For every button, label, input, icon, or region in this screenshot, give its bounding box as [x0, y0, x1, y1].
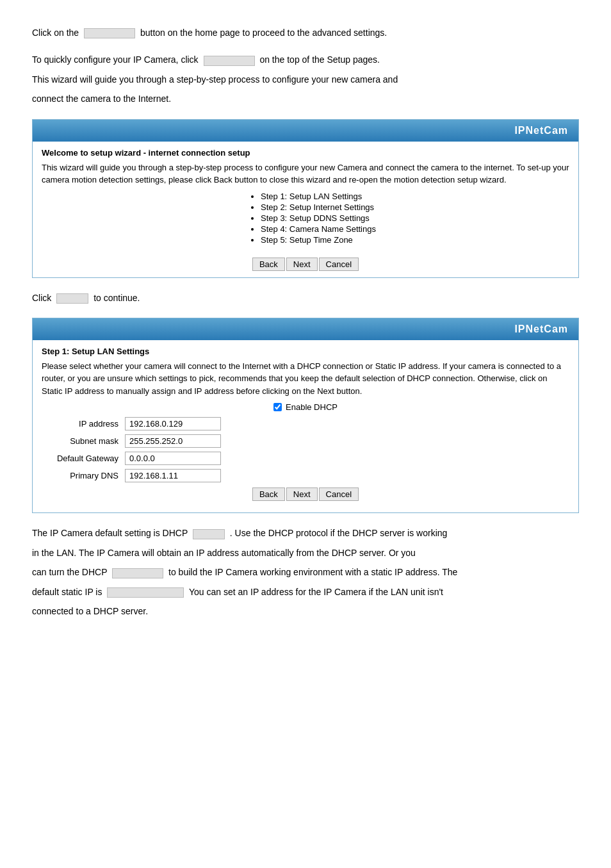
wizard2-back-button[interactable]: Back	[252, 487, 285, 501]
dhcp-off-placeholder	[112, 568, 163, 578]
footer-line4: default static IP is You can set an IP a…	[32, 585, 579, 599]
footer-line3: can turn the DHCP to build the IP Camera…	[32, 565, 579, 579]
list-item: Step 2: Setup Internet Settings	[261, 202, 376, 212]
wizard1-buttons: Back Next Cancel	[252, 258, 359, 271]
footer-line2: in the LAN. The IP Camera will obtain an…	[32, 546, 579, 560]
wizard1-description: This wizard will guide you through a ste…	[42, 161, 569, 186]
wizard1-steps: Step 1: Setup LAN Settings Step 2: Setup…	[42, 192, 569, 271]
click-continue-post: to continue.	[94, 293, 140, 303]
click-continue-pre: Click	[32, 293, 51, 303]
wizard-button-placeholder	[204, 56, 255, 66]
footer-line4-pre: default static IP is	[32, 587, 102, 597]
intro-line4: connect the camera to the Internet.	[32, 92, 579, 106]
primary-dns-row: Primary DNS	[42, 469, 569, 482]
default-gateway-label: Default Gateway	[42, 454, 125, 463]
default-gateway-input[interactable]	[125, 452, 221, 465]
footer-line3-pre: can turn the DHCP	[32, 567, 107, 577]
subnet-mask-label: Subnet mask	[42, 436, 125, 446]
footer-line3-post: to build the IP Camera working environme…	[168, 567, 457, 577]
wizard1-title: Welcome to setup wizard - internet conne…	[42, 148, 569, 158]
wizard1-body: Welcome to setup wizard - internet conne…	[33, 142, 578, 277]
subnet-mask-row: Subnet mask	[42, 434, 569, 448]
dhcp-on-placeholder	[193, 529, 225, 539]
footer-line1-post: . Use the DHCP protocol if the DHCP serv…	[230, 528, 448, 538]
wizard2-body: Step 1: Setup LAN Settings Please select…	[33, 340, 578, 513]
wizard2-box: IPNetCam Step 1: Setup LAN Settings Plea…	[32, 318, 579, 514]
wizard1-cancel-button[interactable]: Cancel	[319, 258, 359, 271]
wizard2-title: Step 1: Setup LAN Settings	[42, 347, 569, 356]
ip-address-row: IP address	[42, 417, 569, 430]
static-ip-placeholder	[107, 587, 184, 598]
wizard2-next-button[interactable]: Next	[286, 487, 318, 501]
intro-line3: This wizard will guide you through a ste…	[32, 72, 579, 86]
list-item: Step 1: Setup LAN Settings	[261, 192, 376, 201]
list-item: Step 5: Setup Time Zone	[261, 235, 376, 245]
footer-line5: connected to a DHCP server.	[32, 604, 579, 618]
wizard2-form: Enable DHCP IP address Subnet mask Defau…	[42, 402, 569, 501]
click-continue: Click to continue.	[32, 291, 579, 305]
footer-line1: The IP Camera default setting is DHCP . …	[32, 526, 579, 540]
wizard1-next-button[interactable]: Next	[286, 258, 318, 271]
intro-line2: To quickly configure your IP Camera, cli…	[32, 53, 579, 67]
wizard2-buttons: Back Next Cancel	[42, 487, 569, 501]
intro-line2-post: on the top of the Setup pages.	[259, 54, 380, 65]
ip-address-input[interactable]	[125, 417, 221, 430]
primary-dns-input[interactable]	[125, 469, 221, 482]
primary-dns-label: Primary DNS	[42, 471, 125, 480]
default-gateway-row: Default Gateway	[42, 452, 569, 465]
list-item: Step 4: Camera Name Settings	[261, 224, 376, 234]
footer-line4-post: You can set an IP address for the IP Cam…	[189, 587, 443, 597]
list-item: Step 3: Setup DDNS Settings	[261, 213, 376, 223]
wizard1-box: IPNetCam Welcome to setup wizard - inter…	[32, 119, 579, 278]
enable-dhcp-label: Enable DHCP	[286, 402, 338, 412]
wizard1-back-button[interactable]: Back	[252, 258, 285, 271]
subnet-mask-input[interactable]	[125, 434, 221, 448]
wizard1-steps-list: Step 1: Setup LAN Settings Step 2: Setup…	[235, 192, 376, 246]
wizard2-header: IPNetCam	[33, 318, 578, 340]
wizard2-cancel-button[interactable]: Cancel	[319, 487, 359, 501]
footer-line1-pre: The IP Camera default setting is DHCP	[32, 528, 188, 538]
wizard2-description: Please select whether your camera will c…	[42, 360, 569, 398]
intro-line1: Click on the button on the home page to …	[32, 26, 579, 40]
next-button-placeholder	[56, 293, 88, 304]
intro-line1-pre: Click on the	[32, 28, 79, 38]
intro-line2-pre: To quickly configure your IP Camera, cli…	[32, 54, 199, 65]
ip-address-label: IP address	[42, 419, 125, 429]
enable-dhcp-row: Enable DHCP	[42, 402, 569, 412]
enable-dhcp-checkbox[interactable]	[273, 403, 282, 411]
intro-line1-post: button on the home page to proceed to th…	[140, 28, 387, 38]
advanced-button-placeholder	[84, 28, 135, 38]
wizard1-header: IPNetCam	[33, 120, 578, 142]
